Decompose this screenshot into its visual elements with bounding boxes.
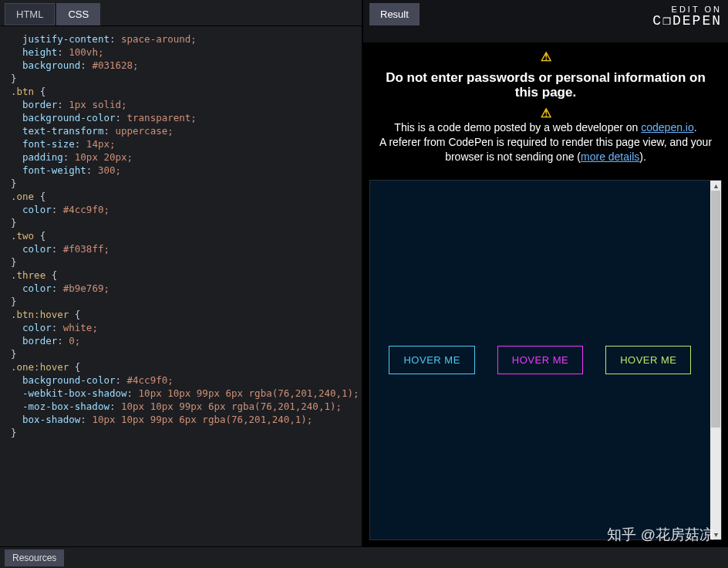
- code-line: background-color: #4cc9f0;: [11, 374, 359, 387]
- edit-on-codepen[interactable]: EDIT ON C❐DEPEN: [652, 3, 722, 28]
- code-line: -webkit-box-shadow: 10px 10px 99px 6px r…: [11, 387, 359, 400]
- warning-icon: ⚠: [541, 106, 551, 120]
- scroll-thumb[interactable]: [711, 191, 720, 428]
- scroll-up-icon[interactable]: ▴: [714, 181, 718, 191]
- demo-button-one[interactable]: HOVER ME: [389, 346, 474, 374]
- warning-headline: ⚠ Do not enter passwords or personal inf…: [379, 49, 713, 120]
- editor-tabstrip: HTML CSS: [0, 0, 362, 26]
- code-line: }: [11, 216, 359, 229]
- code-line: -moz-box-shadow: 10px 10px 99px 6px rgba…: [11, 400, 359, 413]
- warning-headline-text: Do not enter passwords or personal infor…: [379, 70, 713, 100]
- warning-icon: ⚠: [541, 49, 551, 64]
- tab-html[interactable]: HTML: [5, 3, 55, 25]
- preview-frame: HOVER MEHOVER MEHOVER ME ▴ ▾: [369, 180, 722, 540]
- code-line: padding: 10px 20px;: [11, 150, 359, 164]
- panes: HTML CSS justify-content: space-around; …: [0, 0, 728, 546]
- result-header: Result EDIT ON C❐DEPEN: [363, 0, 728, 43]
- preview-scrollbar[interactable]: ▴ ▾: [710, 181, 721, 539]
- code-line: }: [11, 347, 359, 360]
- code-line: }: [11, 426, 359, 439]
- code-line: .two {: [11, 229, 359, 242]
- code-line: }: [11, 255, 359, 269]
- scroll-track[interactable]: [710, 191, 721, 529]
- code-line: border: 0;: [11, 334, 359, 347]
- code-line: }: [11, 295, 359, 308]
- result-button[interactable]: Result: [369, 3, 420, 25]
- code-line: justify-content: space-around;: [11, 32, 359, 46]
- scroll-down-icon[interactable]: ▾: [714, 529, 718, 539]
- demo-button-two[interactable]: HOVER ME: [497, 346, 583, 374]
- code-line: font-size: 14px;: [11, 137, 359, 150]
- code-line: color: white;: [11, 321, 359, 334]
- code-line: .btn:hover {: [11, 308, 359, 321]
- more-details-link[interactable]: more details: [581, 150, 639, 163]
- code-line: background: #031628;: [11, 59, 359, 72]
- warning-line-1: This is a code demo posted by a web deve…: [379, 120, 713, 135]
- demo-button-three[interactable]: HOVER ME: [605, 346, 691, 374]
- code-line: color: #4cc9f0;: [11, 203, 359, 216]
- code-line: .one:hover {: [11, 360, 359, 374]
- code-line: text-transform: uppercase;: [11, 124, 359, 137]
- code-line: font-weight: 300;: [11, 164, 359, 177]
- preview-body: HOVER MEHOVER MEHOVER ME: [370, 181, 710, 539]
- footer: Resources: [0, 546, 728, 568]
- codepen-embed: HTML CSS justify-content: space-around; …: [0, 0, 728, 568]
- codepen-link[interactable]: codepen.io: [641, 121, 694, 134]
- code-line: box-shadow: 10px 10px 99px 6px rgba(76,2…: [11, 413, 359, 426]
- tab-css[interactable]: CSS: [56, 3, 100, 25]
- code-line: height: 100vh;: [11, 46, 359, 59]
- code-editor[interactable]: justify-content: space-around; height: 1…: [0, 26, 362, 546]
- code-line: .three {: [11, 269, 359, 282]
- code-line: .one {: [11, 190, 359, 203]
- warning-line-2: A referer from CodePen is required to re…: [379, 135, 713, 164]
- code-line: color: #b9e769;: [11, 282, 359, 295]
- warning-banner: ⚠ Do not enter passwords or personal inf…: [363, 43, 728, 174]
- editor-pane: HTML CSS justify-content: space-around; …: [0, 0, 363, 546]
- code-line: color: #f038ff;: [11, 242, 359, 255]
- result-pane: Result EDIT ON C❐DEPEN ⚠ Do not enter pa…: [363, 0, 728, 546]
- code-line: background-color: transparent;: [11, 111, 359, 124]
- code-line: border: 1px solid;: [11, 98, 359, 111]
- code-line: }: [11, 72, 359, 85]
- resources-button[interactable]: Resources: [5, 549, 64, 566]
- code-line: }: [11, 177, 359, 190]
- code-line: .btn {: [11, 85, 359, 98]
- codepen-logo: C❐DEPEN: [652, 14, 722, 28]
